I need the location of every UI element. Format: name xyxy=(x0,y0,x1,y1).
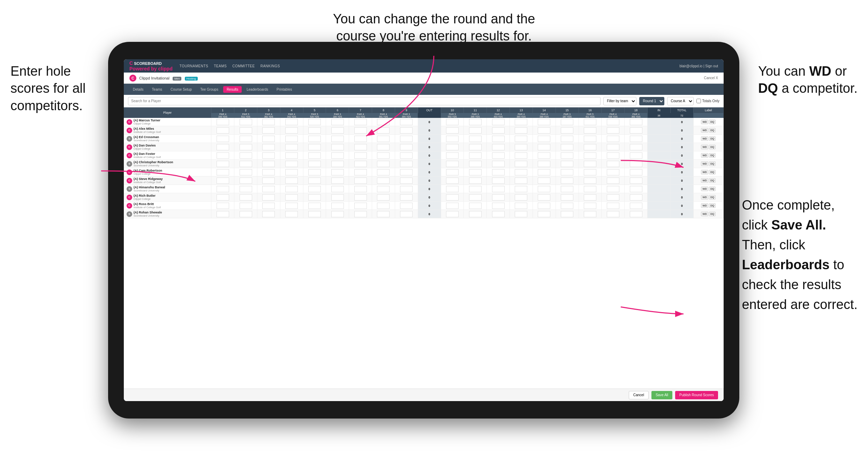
hole-4-score[interactable] xyxy=(280,210,303,218)
score-input-16[interactable] xyxy=(584,194,596,201)
score-input-18[interactable] xyxy=(630,211,642,217)
score-input-13[interactable] xyxy=(515,203,527,209)
score-input-3[interactable] xyxy=(262,136,275,142)
score-input-5[interactable] xyxy=(308,136,321,142)
score-input-9[interactable] xyxy=(400,194,413,201)
hole-8-score[interactable] xyxy=(372,135,395,143)
score-input-8[interactable] xyxy=(377,127,390,134)
score-input-15[interactable] xyxy=(561,119,573,125)
score-input-3[interactable] xyxy=(262,186,275,192)
hole-13-score[interactable] xyxy=(510,118,533,126)
score-input-17[interactable] xyxy=(607,136,619,142)
score-input-5[interactable] xyxy=(308,186,321,192)
score-input-13[interactable] xyxy=(515,144,527,150)
score-input-14[interactable] xyxy=(538,169,550,175)
score-input-10[interactable] xyxy=(446,127,459,134)
hole-3-score[interactable] xyxy=(257,168,280,176)
hole-12-score[interactable] xyxy=(487,151,510,160)
hole-2-score[interactable] xyxy=(234,143,257,151)
hole-13-score[interactable] xyxy=(510,202,533,210)
hole-17-score[interactable] xyxy=(602,210,625,218)
score-input-9[interactable] xyxy=(400,161,413,167)
score-input-18[interactable] xyxy=(630,152,642,159)
score-input-17[interactable] xyxy=(607,161,619,167)
hole-16-score[interactable] xyxy=(579,126,602,135)
nav-tab-tournaments[interactable]: TOURNAMENTS xyxy=(180,63,209,69)
dq-button[interactable]: DQ xyxy=(709,128,716,133)
score-input-13[interactable] xyxy=(515,178,527,184)
hole-4-score[interactable] xyxy=(280,118,303,126)
score-input-4[interactable] xyxy=(285,169,298,175)
nav-tab-rankings[interactable]: RANKINGS xyxy=(261,63,280,69)
score-input-16[interactable] xyxy=(584,186,596,192)
hole-4-score[interactable] xyxy=(280,168,303,176)
score-input-18[interactable] xyxy=(630,203,642,209)
hole-15-score[interactable] xyxy=(556,143,579,151)
score-input-5[interactable] xyxy=(308,178,321,184)
hole-14-score[interactable] xyxy=(533,135,556,143)
hole-9-score[interactable] xyxy=(395,185,418,193)
score-input-9[interactable] xyxy=(400,203,413,209)
filter-team-select[interactable]: Filter by team xyxy=(603,97,636,105)
hole-10-score[interactable] xyxy=(441,168,464,176)
dq-button[interactable]: DQ xyxy=(709,145,716,149)
score-input-4[interactable] xyxy=(285,144,298,150)
hole-9-score[interactable] xyxy=(395,160,418,168)
hole-14-score[interactable] xyxy=(533,202,556,210)
hole-14-score[interactable] xyxy=(533,210,556,218)
wd-button[interactable]: WD xyxy=(701,136,708,141)
wd-button[interactable]: WD xyxy=(701,153,708,158)
hole-7-score[interactable] xyxy=(349,135,372,143)
hole-2-score[interactable] xyxy=(234,126,257,135)
hole-5-score[interactable] xyxy=(303,193,326,202)
score-input-14[interactable] xyxy=(538,186,550,192)
score-input-1[interactable] xyxy=(217,178,229,184)
dq-button[interactable]: DQ xyxy=(709,161,716,166)
score-input-13[interactable] xyxy=(515,186,527,192)
score-input-17[interactable] xyxy=(607,178,619,184)
hole-13-score[interactable] xyxy=(510,193,533,202)
hole-2-score[interactable] xyxy=(234,176,257,185)
hole-15-score[interactable] xyxy=(556,210,579,218)
hole-14-score[interactable] xyxy=(533,176,556,185)
hole-6-score[interactable] xyxy=(326,126,349,135)
score-input-7[interactable] xyxy=(354,169,367,175)
score-input-2[interactable] xyxy=(240,161,252,167)
hole-5-score[interactable] xyxy=(303,143,326,151)
hole-8-score[interactable] xyxy=(372,143,395,151)
hole-13-score[interactable] xyxy=(510,160,533,168)
score-input-9[interactable] xyxy=(400,152,413,159)
hole-17-score[interactable] xyxy=(602,151,625,160)
hole-16-score[interactable] xyxy=(579,151,602,160)
score-input-5[interactable] xyxy=(308,194,321,201)
hole-14-score[interactable] xyxy=(533,151,556,160)
score-input-3[interactable] xyxy=(262,127,275,134)
hole-14-score[interactable] xyxy=(533,118,556,126)
score-input-8[interactable] xyxy=(377,161,390,167)
score-input-15[interactable] xyxy=(561,169,573,175)
hole-9-score[interactable] xyxy=(395,176,418,185)
wd-button[interactable]: WD xyxy=(701,120,708,124)
hole-4-score[interactable] xyxy=(280,160,303,168)
score-input-15[interactable] xyxy=(561,186,573,192)
nav-tab-teams[interactable]: TEAMS xyxy=(214,63,227,69)
hole-11-score[interactable] xyxy=(464,202,487,210)
score-input-2[interactable] xyxy=(240,194,252,201)
hole-15-score[interactable] xyxy=(556,185,579,193)
hole-16-score[interactable] xyxy=(579,185,602,193)
hole-1-score[interactable] xyxy=(211,193,234,202)
subnav-leaderboards[interactable]: Leaderboards xyxy=(243,86,272,93)
hole-17-score[interactable] xyxy=(602,168,625,176)
hole-8-score[interactable] xyxy=(372,118,395,126)
hole-14-score[interactable] xyxy=(533,143,556,151)
hole-1-score[interactable] xyxy=(211,176,234,185)
hole-18-score[interactable] xyxy=(625,151,648,160)
dq-button[interactable]: DQ xyxy=(709,170,716,174)
hole-8-score[interactable] xyxy=(372,185,395,193)
hole-9-score[interactable] xyxy=(395,202,418,210)
score-input-11[interactable] xyxy=(469,127,482,134)
hole-10-score[interactable] xyxy=(441,210,464,218)
score-input-14[interactable] xyxy=(538,152,550,159)
hole-7-score[interactable] xyxy=(349,118,372,126)
score-input-11[interactable] xyxy=(469,136,482,142)
